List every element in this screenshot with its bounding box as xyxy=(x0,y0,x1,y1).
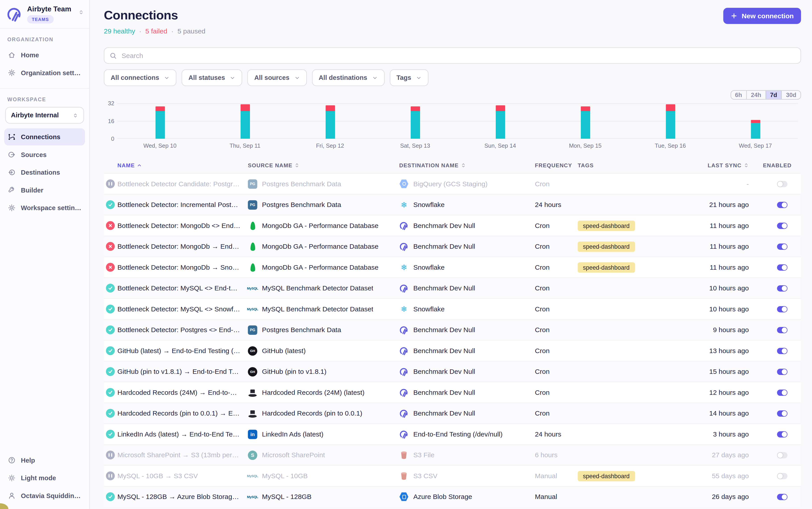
chart-bar-sat-sep-13 xyxy=(411,106,420,139)
enabled-cell xyxy=(749,202,801,208)
x-axis-labels: Wed, Sep 10Thu, Sep 11Fri, Sep 12Sat, Se… xyxy=(118,142,798,150)
connection-row[interactable]: Bottleneck Detector: MongoDb <> End-to-E… xyxy=(104,215,801,236)
destination-name: Benchmark Dev Null xyxy=(413,409,475,417)
connection-row[interactable]: GitHub (pin to v1.8.1) → End-to-End Test… xyxy=(104,361,801,382)
toggle-knob xyxy=(778,473,783,478)
sidebar-item-workspace-settings[interactable]: Workspace settings xyxy=(4,199,85,216)
sidebar-item-home[interactable]: Home xyxy=(4,46,85,64)
bar-segment-succeeded xyxy=(325,111,335,139)
tags-cell: speed-dashboard xyxy=(578,220,693,231)
time-range-24h[interactable]: 24h xyxy=(746,91,765,99)
airbyte-connections-page: Airbyte Team TEAMS ORGANIZATION HomeOrga… xyxy=(0,0,812,509)
sidebar-item-organization-settings[interactable]: Organization settings xyxy=(4,64,85,81)
enabled-toggle[interactable] xyxy=(777,347,787,354)
connection-row[interactable]: Bottleneck Detector Candidate: Postgres … xyxy=(104,173,801,194)
column-header-name[interactable]: Name xyxy=(118,162,248,168)
connection-row[interactable]: Hardcoded Records (24M) → End-to-End Te.… xyxy=(104,382,801,403)
sidebar-item-builder[interactable]: Builder xyxy=(4,181,85,199)
column-label: Tags xyxy=(578,162,594,168)
filter-dropdown-all-connections[interactable]: All connections xyxy=(104,69,176,86)
bar-segment-succeeded xyxy=(411,111,420,139)
sidebar-item-octavia-squiddington[interactable]: Octavia Squiddington xyxy=(4,487,85,504)
enabled-toggle[interactable] xyxy=(777,452,787,458)
chart-bar-wed-sep-17 xyxy=(751,120,760,139)
connection-status-cell xyxy=(104,472,118,480)
time-range-6h[interactable]: 6h xyxy=(731,91,746,99)
bar-segment-succeeded xyxy=(665,111,675,139)
sidebar-item-help[interactable]: Help xyxy=(4,452,85,469)
column-label: Destination name xyxy=(399,162,459,168)
x-axis-label: Mon, Sep 15 xyxy=(569,142,602,148)
enabled-toggle[interactable] xyxy=(777,306,787,312)
x-axis-label: Wed, Sep 17 xyxy=(739,142,772,148)
filter-dropdown-tags[interactable]: Tags xyxy=(390,69,428,86)
connection-row[interactable]: Microsoft SharePoint → S3 (13mb performa… xyxy=(104,444,801,465)
frequency: Cron xyxy=(535,388,578,396)
toggle-knob xyxy=(782,202,787,207)
connection-row[interactable]: MySQL - 10GB → S3 CSVMySQLMySQL - 10GBS3… xyxy=(104,465,801,486)
enabled-toggle[interactable] xyxy=(777,327,787,333)
enabled-toggle[interactable] xyxy=(777,473,787,479)
enabled-toggle[interactable] xyxy=(777,243,787,249)
enabled-toggle[interactable] xyxy=(777,494,787,500)
sidebar-item-destinations[interactable]: Destinations xyxy=(4,164,85,181)
connection-row[interactable]: Bottleneck Detector: Incremental Postgre… xyxy=(104,194,801,215)
connection-row[interactable]: Bottleneck Detector: MongoDb → End-to-En… xyxy=(104,236,801,257)
time-range-30d[interactable]: 30d xyxy=(781,91,801,99)
enabled-toggle[interactable] xyxy=(777,410,787,416)
sort-icon xyxy=(744,163,749,168)
filter-dropdown-all-sources[interactable]: All sources xyxy=(248,69,307,86)
org-switcher[interactable]: Airbyte Team TEAMS xyxy=(0,0,89,29)
destination-cell: ❄Snowflake xyxy=(399,304,535,314)
workspace-selector[interactable]: Airbyte Internal xyxy=(5,107,84,124)
connection-row[interactable]: LinkedIn Ads (latest) → End-to-End Testi… xyxy=(104,423,801,444)
enabled-toggle[interactable] xyxy=(777,181,787,187)
source-name: Postgres Benchmark Data xyxy=(262,180,341,188)
airbyte-destination-icon xyxy=(399,367,409,376)
connection-row[interactable]: MySQL - 128GB → Azure Blob Storage JSOn … xyxy=(104,486,801,507)
last-sync: 3 hours ago xyxy=(693,430,749,438)
enabled-toggle[interactable] xyxy=(777,389,787,396)
source-cell: GHGitHub (pin to v1.8.1) xyxy=(248,367,399,376)
connection-row[interactable]: Bottleneck Detector: Postgres <> End-to-… xyxy=(104,319,801,340)
destination-cell: ❄Snowflake xyxy=(399,200,535,209)
destination-cell: Benchmark Dev Null xyxy=(399,221,535,230)
x-axis-label: Sun, Sep 14 xyxy=(484,142,516,148)
y-axis-tick: 16 xyxy=(104,118,114,124)
enabled-cell xyxy=(749,431,801,437)
enabled-toggle[interactable] xyxy=(777,202,787,208)
connection-row[interactable]: Bottleneck Detector: MongoDb → Snowflake… xyxy=(104,257,801,277)
chevron-down-icon xyxy=(164,75,170,81)
filter-dropdown-all-destinations[interactable]: All destinations xyxy=(312,69,384,86)
filter-dropdown-all-statuses[interactable]: All statuses xyxy=(182,69,242,86)
tag-pill: speed-dashboard xyxy=(578,220,635,231)
search-input[interactable] xyxy=(122,52,795,59)
column-header-source-name[interactable]: Source name xyxy=(248,162,399,168)
x-axis-label: Wed, Sep 10 xyxy=(143,142,176,148)
last-sync: 13 hours ago xyxy=(693,347,749,354)
connection-row[interactable]: Bottleneck Detector: MySQL <> SnowflakeM… xyxy=(104,298,801,319)
enabled-toggle[interactable] xyxy=(777,264,787,270)
enabled-toggle[interactable] xyxy=(777,431,787,437)
airbyte-destination-icon xyxy=(399,283,409,293)
enabled-toggle[interactable] xyxy=(777,223,787,229)
sidebar-item-light-mode[interactable]: Light mode xyxy=(4,469,85,486)
sidebar-item-connections[interactable]: Connections xyxy=(4,128,85,145)
source-name: MongoDb GA - Performance Database xyxy=(262,242,379,250)
toggle-knob xyxy=(778,452,783,457)
connection-row[interactable]: Bottleneck Detector: MySQL <> End-to-End… xyxy=(104,277,801,299)
frequency: 24 hours xyxy=(535,201,578,209)
help-icon xyxy=(8,456,15,464)
enabled-toggle[interactable] xyxy=(777,285,787,291)
column-header-destination-name[interactable]: Destination name xyxy=(399,162,535,168)
connection-row[interactable]: GitHub (latest) → End-to-End Testing (/d… xyxy=(104,340,801,361)
sidebar-item-sources[interactable]: Sources xyxy=(4,146,85,163)
source-name: MySQL - 10GB xyxy=(262,472,308,480)
new-connection-button[interactable]: New connection xyxy=(723,8,801,24)
time-range-7d[interactable]: 7d xyxy=(765,91,781,99)
time-range-row: 6h24h7d30d xyxy=(104,90,801,100)
connection-row[interactable]: Hardcoded Records (pin to 0.0.1) → End-t… xyxy=(104,403,801,423)
column-header-last-sync[interactable]: Last sync xyxy=(693,162,749,168)
gridline xyxy=(118,103,798,104)
enabled-toggle[interactable] xyxy=(777,369,787,375)
